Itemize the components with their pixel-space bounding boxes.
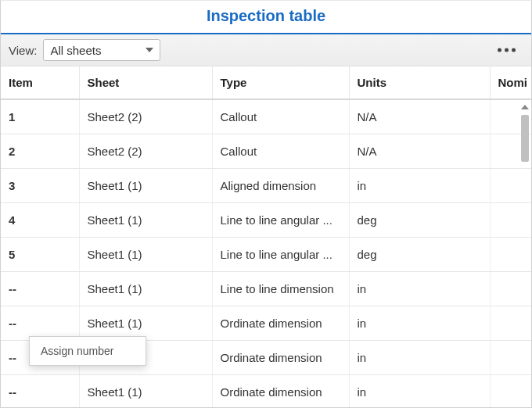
cell-item: -- xyxy=(1,306,79,340)
col-type[interactable]: Type xyxy=(212,66,349,99)
cell-item: 3 xyxy=(1,168,79,202)
col-nominal[interactable]: Nomi xyxy=(490,66,531,99)
cell-type: Callout xyxy=(212,134,349,168)
cell-units: in xyxy=(349,374,490,407)
cell-units: in xyxy=(349,168,490,202)
cell-type: Ordinate dimension xyxy=(212,306,349,340)
cell-type: Ordinate dimension xyxy=(212,340,349,374)
view-dropdown-value: All sheets xyxy=(50,44,101,57)
cell-item: 2 xyxy=(1,134,79,168)
view-label: View: xyxy=(9,44,37,57)
cell-type: Line to line dimension xyxy=(212,271,349,306)
cell-type: Line to line angular ... xyxy=(212,202,349,237)
cell-item: -- xyxy=(1,271,79,306)
cell-units: in xyxy=(349,340,490,374)
toolbar: View: All sheets xyxy=(1,34,531,66)
inspection-table-panel: Inspection table View: All sheets Item S… xyxy=(0,0,532,408)
cell-item: 1 xyxy=(1,99,79,134)
cell-nominal: 75. xyxy=(490,237,531,271)
col-item[interactable]: Item xyxy=(1,66,79,99)
vertical-scroll-thumb[interactable] xyxy=(521,115,529,162)
cell-sheet: Sheet1 (1) xyxy=(79,168,212,202)
cell-nominal: .74 xyxy=(490,374,531,407)
table-row[interactable]: 5Sheet1 (1)Line to line angular ...deg75… xyxy=(1,237,531,271)
cell-sheet: Sheet2 (2) xyxy=(79,99,212,134)
table-area: Item Sheet Type Units Nomi 1Sheet2 (2)Ca… xyxy=(1,66,531,407)
chevron-down-icon xyxy=(146,48,153,52)
cell-sheet: Sheet1 (1) xyxy=(79,237,212,271)
cell-units: deg xyxy=(349,202,490,237)
cell-units: in xyxy=(349,271,490,306)
table-row[interactable]: --Sheet1 (1)Ordinate dimensionin.00 xyxy=(1,306,531,340)
cell-type: Ordinate dimension xyxy=(212,374,349,407)
table-header-row: Item Sheet Type Units Nomi xyxy=(1,66,531,99)
table-row[interactable]: 4Sheet1 (1)Line to line angular ...deg32… xyxy=(1,202,531,237)
cell-nominal: .00 xyxy=(490,306,531,340)
cell-item: 4 xyxy=(1,202,79,237)
table-row[interactable]: 1Sheet2 (2)CalloutN/A1. xyxy=(1,99,531,134)
table-row[interactable]: 2Sheet2 (2)CalloutN/A2. xyxy=(1,134,531,168)
scroll-up-icon[interactable] xyxy=(519,102,530,113)
panel-title: Inspection table xyxy=(1,1,531,34)
cell-item: -- xyxy=(1,374,79,407)
table-row[interactable]: --Sheet1 (1)Ordinate dimensionin.74 xyxy=(1,374,531,407)
cell-nominal: 32. xyxy=(490,202,531,237)
more-menu-button[interactable] xyxy=(493,44,520,57)
cell-type: Callout xyxy=(212,99,349,134)
cell-sheet: Sheet1 (1) xyxy=(79,374,212,407)
cell-units: deg xyxy=(349,237,490,271)
context-menu: Assign number xyxy=(29,336,146,366)
table-row[interactable]: 3Sheet1 (1)Aligned dimensionin.89 xyxy=(1,168,531,202)
cell-sheet: Sheet1 (1) xyxy=(79,271,212,306)
cell-units: in xyxy=(349,306,490,340)
view-dropdown[interactable]: All sheets xyxy=(43,39,160,61)
cell-item: 5 xyxy=(1,237,79,271)
cell-sheet: Sheet1 (1) xyxy=(79,202,212,237)
cell-units: N/A xyxy=(349,134,490,168)
col-sheet[interactable]: Sheet xyxy=(79,66,212,99)
cell-type: Line to line angular ... xyxy=(212,237,349,271)
cell-nominal: .33 xyxy=(490,271,531,306)
table-row[interactable]: --Sheet1 (1)Line to line dimensionin.33 xyxy=(1,271,531,306)
cell-nominal: .23 xyxy=(490,340,531,374)
cell-sheet: Sheet1 (1) xyxy=(79,306,212,340)
col-units[interactable]: Units xyxy=(349,66,490,99)
cell-sheet: Sheet2 (2) xyxy=(79,134,212,168)
assign-number-menu-item[interactable]: Assign number xyxy=(30,337,146,365)
cell-type: Aligned dimension xyxy=(212,168,349,202)
cell-units: N/A xyxy=(349,99,490,134)
cell-nominal: .89 xyxy=(490,168,531,202)
